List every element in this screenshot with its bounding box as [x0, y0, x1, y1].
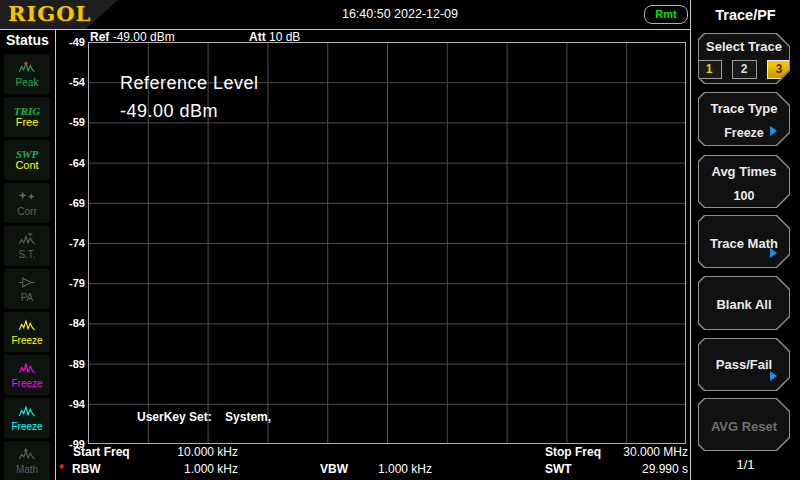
pass-fail-button[interactable]: Pass/Fail	[698, 338, 790, 391]
y-tick-label: -49	[49, 36, 85, 48]
trace2-freeze-label: Freeze	[11, 378, 42, 389]
trace3-waveform-icon	[16, 405, 38, 420]
trace-math-button[interactable]: Trace Math	[698, 215, 790, 268]
trace-selector-group: 1 2 3	[697, 60, 792, 79]
status-tile-trace1-freeze: Freeze	[4, 312, 50, 352]
sweep-time-icon	[16, 233, 38, 248]
y-tick-label: -84	[49, 317, 85, 329]
softkey-menu: Trace/PF Select Trace 1 2 3 Trace Type F…	[691, 0, 800, 480]
submenu-arrow-icon	[770, 371, 777, 381]
vbw-value: 1.000 kHz	[340, 462, 432, 476]
userkey-message: UserKey Set: System,	[137, 410, 271, 424]
y-tick-label: -54	[49, 76, 85, 88]
remote-status-badge: Rmt	[644, 5, 688, 24]
avg-times-value: 100	[734, 189, 755, 203]
swt-value: 29.990 s	[598, 462, 688, 476]
status-tile-pa: PA	[4, 269, 50, 309]
trace-1-button[interactable]: 1	[697, 60, 722, 79]
trig-value: Free	[16, 117, 39, 128]
select-trace-button[interactable]: Select Trace 1 2 3	[698, 33, 790, 84]
peak-label: Peak	[16, 77, 39, 88]
pa-label: PA	[21, 292, 34, 303]
sidebar-divider	[55, 30, 56, 480]
trace-2-button[interactable]: 2	[732, 60, 757, 79]
select-trace-label: Select Trace	[706, 39, 782, 54]
top-bar: RIGOL 16:40:50 2022-12-09 Rmt	[0, 0, 690, 29]
status-tile-st: S.T.	[4, 226, 50, 266]
submenu-arrow-icon	[770, 126, 777, 136]
y-tick-label: -59	[49, 116, 85, 128]
y-tick-label: -94	[49, 398, 85, 410]
start-freq-value: 10.000 kHz	[130, 445, 238, 459]
menu-title: Trace/PF	[691, 7, 800, 23]
rbw-label: RBW	[72, 462, 101, 476]
math-waveform-icon	[16, 448, 38, 463]
trace-type-button[interactable]: Trace Type Freeze	[698, 92, 790, 146]
y-tick-label: -89	[49, 358, 85, 370]
avg-reset-button-disabled: AVG Reset	[698, 398, 790, 451]
trace2-waveform-icon	[16, 362, 38, 377]
trace3-freeze-label: Freeze	[11, 421, 42, 432]
trace-math-label: Trace Math	[710, 236, 778, 251]
trace-type-label: Trace Type	[711, 101, 778, 116]
corr-sparkle-icon	[16, 190, 38, 205]
peak-waveform-icon	[16, 61, 38, 76]
status-tile-trigger: TRIG Free	[4, 97, 50, 137]
status-tile-corr: Corr	[4, 183, 50, 223]
reference-level-popup-line1: Reference Level	[120, 73, 259, 94]
status-tile-trace2-freeze: Freeze	[4, 355, 50, 395]
y-tick-label: -64	[49, 157, 85, 169]
trace1-freeze-label: Freeze	[11, 335, 42, 346]
trace-type-value: Freeze	[724, 126, 764, 140]
pass-fail-label: Pass/Fail	[716, 357, 772, 372]
y-tick-label: -69	[49, 197, 85, 209]
reference-level-popup-line2: -49.00 dBm	[120, 101, 218, 122]
analyzer-screen: RIGOL 16:40:50 2022-12-09 Rmt Status Pea…	[0, 0, 800, 480]
blank-all-button[interactable]: Blank All	[698, 276, 790, 330]
menu-page-indicator: 1/1	[691, 457, 800, 472]
clock: 16:40:50 2022-12-09	[250, 7, 550, 21]
avg-times-label: Avg Times	[711, 164, 776, 179]
swp-value: Cont	[15, 160, 38, 171]
preamp-icon	[16, 276, 38, 291]
status-tile-math: Math	[4, 441, 50, 480]
avg-times-button[interactable]: Avg Times 100	[698, 155, 790, 208]
start-freq-label: Start Freq	[73, 445, 130, 459]
uncal-asterisk-icon: *	[59, 461, 64, 476]
rbw-value: 1.000 kHz	[130, 462, 238, 476]
status-tile-peak: Peak	[4, 54, 50, 94]
stop-freq-label: Stop Freq	[545, 445, 601, 459]
st-label: S.T.	[18, 249, 35, 260]
status-tile-trace3-freeze: Freeze	[4, 398, 50, 438]
status-tile-sweep: SWP Cont	[4, 140, 50, 180]
blank-all-label: Blank All	[716, 297, 771, 312]
trace1-waveform-icon	[16, 319, 38, 334]
y-tick-label: -74	[49, 237, 85, 249]
swt-label: SWT	[545, 462, 572, 476]
avg-reset-label: AVG Reset	[711, 419, 777, 434]
status-title: Status	[0, 30, 55, 51]
corr-label: Corr	[17, 206, 36, 217]
submenu-arrow-icon	[770, 248, 777, 258]
trace-3-button-selected[interactable]: 3	[767, 60, 792, 79]
y-tick-label: -79	[49, 277, 85, 289]
math-label: Math	[16, 464, 38, 475]
stop-freq-value: 30.000 MHz	[598, 445, 688, 459]
rigol-logo: RIGOL	[8, 1, 91, 26]
status-sidebar: Status Peak TRIG Free SWP Cont Corr S.T	[0, 30, 55, 480]
